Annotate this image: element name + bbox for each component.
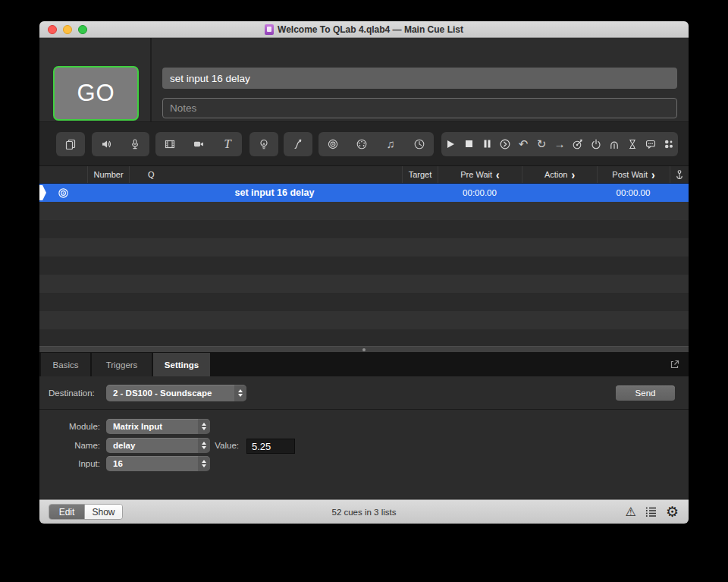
network-target-icon <box>327 138 339 150</box>
updown-arrows-icon <box>234 385 246 401</box>
redo-button[interactable]: ↻ <box>532 132 551 156</box>
speech-bubble-icon <box>645 138 657 150</box>
toolbar-group-5 <box>284 132 312 156</box>
trigger-column-header[interactable] <box>670 166 689 183</box>
undo-arrow-icon: ↶ <box>519 138 529 149</box>
fade-cue-button[interactable] <box>284 132 312 156</box>
goto-button[interactable]: → <box>551 132 569 156</box>
zoom-window-button[interactable] <box>78 25 87 34</box>
midi-cue-button[interactable] <box>347 132 376 156</box>
target-column-header[interactable]: Target <box>402 166 438 183</box>
load-icon <box>499 138 511 150</box>
midi-file-cue-button[interactable]: ♫ <box>376 132 405 156</box>
clock-icon <box>413 138 425 150</box>
mic-cue-button[interactable] <box>121 132 149 156</box>
camera-icon <box>193 138 205 150</box>
destination-dropdown[interactable]: 2 - DS100 - Soundscape <box>106 385 246 401</box>
disarm-button[interactable] <box>605 132 623 156</box>
splitter-handle[interactable] <box>39 346 689 353</box>
load-button[interactable] <box>496 132 514 156</box>
name-label: Name: <box>39 441 100 450</box>
input-dropdown[interactable]: 16 <box>106 456 210 471</box>
postwait-column-header[interactable]: Post Wait › <box>597 166 670 183</box>
settings-gear-button[interactable]: ⚙ <box>666 505 679 519</box>
toolbar-group-6: ♫ <box>318 132 434 156</box>
text-cue-button[interactable]: T <box>213 132 242 156</box>
timecode-cue-button[interactable] <box>405 132 434 156</box>
text-icon: T <box>224 137 231 150</box>
wait-button[interactable] <box>623 132 642 156</box>
camera-cue-button[interactable] <box>184 132 213 156</box>
group-cue-button[interactable] <box>56 132 85 156</box>
inspector-tab-bar: Basics Triggers Settings <box>39 353 689 376</box>
toolbar-group-2 <box>92 132 149 156</box>
cue-lists-button[interactable] <box>645 505 657 518</box>
close-window-button[interactable] <box>48 25 57 34</box>
cue-number-cell <box>87 184 129 202</box>
header-divider <box>150 38 152 121</box>
header-panel: GO <box>39 38 689 121</box>
window-title: Welcome To QLab 4.qlab4 — Main Cue List <box>278 24 463 35</box>
status-bar: Edit Show 52 cues in 3 lists ⚠ ⚙ <box>39 499 689 524</box>
film-icon <box>164 138 176 150</box>
notes-field[interactable] <box>162 98 677 118</box>
destination-label: Destination: <box>49 389 95 398</box>
video-cue-button[interactable] <box>155 132 184 156</box>
tab-triggers[interactable]: Triggers <box>92 353 152 376</box>
pause-icon <box>482 139 492 149</box>
go-button[interactable]: GO <box>53 66 139 121</box>
light-cue-button[interactable] <box>249 132 278 156</box>
fade-curve-icon <box>292 138 304 150</box>
module-dropdown[interactable]: Matrix Input <box>106 419 210 434</box>
pause-button[interactable] <box>478 132 496 156</box>
value-field[interactable] <box>246 439 295 454</box>
cue-name-field[interactable] <box>162 68 677 89</box>
start-button[interactable] <box>441 132 460 156</box>
settings-panel: Destination: 2 - DS100 - Soundscape Send… <box>39 376 689 499</box>
network-cue-icon <box>58 187 69 199</box>
audio-cue-button[interactable] <box>92 132 121 156</box>
input-label: Input: <box>39 459 100 468</box>
prewait-column-header[interactable]: Pre Wait ‹ <box>438 166 522 183</box>
cue-trigger-cell <box>670 184 689 202</box>
popout-inspector-button[interactable] <box>669 359 680 370</box>
four-dots-icon <box>663 138 675 150</box>
splitter-grip-icon <box>362 348 366 351</box>
destination-row: Destination: 2 - DS100 - Soundscape Send <box>39 376 689 410</box>
name-dropdown[interactable]: delay <box>106 438 210 453</box>
redo-arrow-icon: ↻ <box>537 138 547 149</box>
dart-target-icon <box>572 138 584 150</box>
lightbulb-icon <box>258 138 270 150</box>
stop-icon <box>464 139 474 149</box>
minimize-window-button[interactable] <box>63 25 72 34</box>
expand-right-chevron-icon[interactable]: › <box>571 168 575 181</box>
expand-right-chevron-icon[interactable]: › <box>651 168 655 181</box>
microphone-icon <box>129 138 141 150</box>
traffic-lights <box>48 25 87 34</box>
target-button[interactable] <box>569 132 587 156</box>
cue-prewait-cell: 00:00.00 <box>438 184 522 202</box>
send-button[interactable]: Send <box>616 385 675 401</box>
memo-button[interactable] <box>642 132 660 156</box>
tab-basics[interactable]: Basics <box>41 353 90 376</box>
reset-button[interactable]: ↶ <box>514 132 532 156</box>
cue-row-selected[interactable]: set input 16 delay 00:00.00 00:00.00 <box>39 184 689 202</box>
cue-toolbar: T <box>39 121 689 165</box>
network-cue-button[interactable] <box>318 132 347 156</box>
q-column-header[interactable]: Q <box>129 166 402 183</box>
right-arrow-icon: → <box>554 138 566 149</box>
stop-button[interactable] <box>460 132 478 156</box>
tab-settings[interactable]: Settings <box>153 353 210 376</box>
power-icon <box>590 138 602 150</box>
toolbar-group-playback: ↶ ↻ → <box>441 132 678 156</box>
warnings-button[interactable]: ⚠ <box>626 506 636 518</box>
number-column-header[interactable]: Number <box>87 166 129 183</box>
arm-button[interactable] <box>587 132 605 156</box>
module-label: Module: <box>39 422 100 431</box>
action-column-header[interactable]: Action › <box>522 166 597 183</box>
cue-list-body[interactable] <box>39 202 689 346</box>
play-icon <box>445 139 456 149</box>
script-button[interactable] <box>660 132 678 156</box>
collapse-left-chevron-icon[interactable]: ‹ <box>496 168 500 181</box>
toolbar-group-1 <box>56 132 85 156</box>
